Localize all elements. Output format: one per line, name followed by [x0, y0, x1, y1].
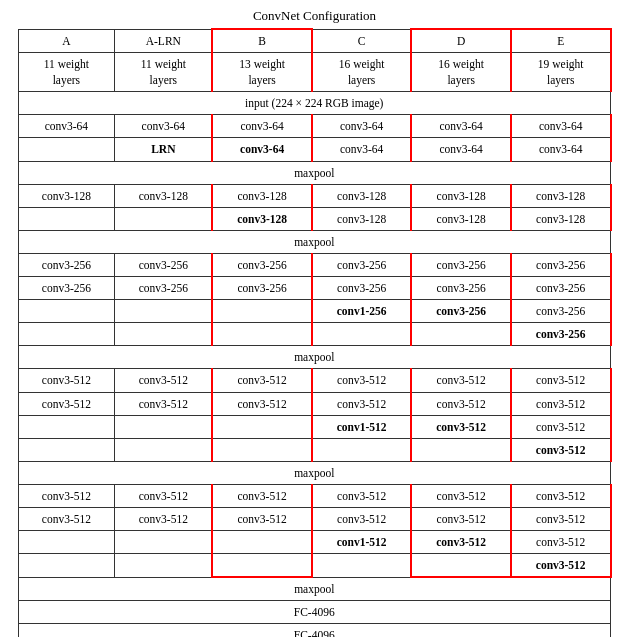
alrn-conv5d — [115, 554, 213, 578]
d-conv5d — [411, 554, 511, 578]
b-conv5d — [212, 554, 312, 578]
alrn-conv1a: conv3-64 — [115, 115, 213, 138]
conv5b-row: conv3-512 conv3-512 conv3-512 conv3-512 … — [18, 507, 611, 530]
d-conv3b: conv3-256 — [411, 277, 511, 300]
e-conv2b: conv3-128 — [511, 207, 611, 230]
alrn-conv2b — [115, 207, 213, 230]
alrn-conv3c — [115, 300, 213, 323]
alrn-conv5b: conv3-512 — [115, 507, 213, 530]
e-conv5b: conv3-512 — [511, 507, 611, 530]
col-c-header: C — [312, 29, 412, 53]
d-conv1a: conv3-64 — [411, 115, 511, 138]
conv3a-row: conv3-256 conv3-256 conv3-256 conv3-256 … — [18, 253, 611, 276]
maxpool1-label: maxpool — [18, 161, 611, 184]
alrn-conv3b: conv3-256 — [115, 277, 213, 300]
maxpool3-label: maxpool — [18, 346, 611, 369]
weight-layers-row: 11 weightlayers 11 weightlayers 13 weigh… — [18, 53, 611, 92]
fc4096-1-row: FC-4096 — [18, 601, 611, 624]
maxpool5-label: maxpool — [18, 577, 611, 601]
a-conv3c — [18, 300, 115, 323]
a-conv2b — [18, 207, 115, 230]
b-conv3d — [212, 323, 312, 346]
b-conv5c — [212, 531, 312, 554]
col-b-header: B — [212, 29, 312, 53]
b-conv3b: conv3-256 — [212, 277, 312, 300]
e-conv2a: conv3-128 — [511, 184, 611, 207]
col-alrn-header: A-LRN — [115, 29, 213, 53]
input-label: input (224 × 224 RGB image) — [18, 92, 611, 115]
c-conv5c: conv1-512 — [312, 531, 412, 554]
d-conv3d — [411, 323, 511, 346]
fc4096-1-label: FC-4096 — [18, 601, 611, 624]
table-title: ConvNet Configuration — [18, 8, 612, 24]
fc4096-2-row: FC-4096 — [18, 624, 611, 637]
alrn-weights: 11 weightlayers — [115, 53, 213, 92]
col-a-header: A — [18, 29, 115, 53]
d-conv5c: conv3-512 — [411, 531, 511, 554]
conv3c-row: conv1-256 conv3-256 conv3-256 — [18, 300, 611, 323]
a-conv4a: conv3-512 — [18, 369, 115, 392]
fc4096-2-label: FC-4096 — [18, 624, 611, 637]
d-conv3a: conv3-256 — [411, 253, 511, 276]
b-conv2b: conv3-128 — [212, 207, 312, 230]
conv4c-row: conv1-512 conv3-512 conv3-512 — [18, 415, 611, 438]
conv1b-row: LRN conv3-64 conv3-64 conv3-64 conv3-64 — [18, 138, 611, 161]
e-conv5a: conv3-512 — [511, 484, 611, 507]
maxpool1-row: maxpool — [18, 161, 611, 184]
d-weights: 16 weightlayers — [411, 53, 511, 92]
d-conv4c: conv3-512 — [411, 415, 511, 438]
b-conv4d — [212, 438, 312, 461]
c-conv1b: conv3-64 — [312, 138, 412, 161]
a-conv2a: conv3-128 — [18, 184, 115, 207]
b-conv3a: conv3-256 — [212, 253, 312, 276]
a-weights: 11 weightlayers — [18, 53, 115, 92]
d-conv5a: conv3-512 — [411, 484, 511, 507]
b-conv5a: conv3-512 — [212, 484, 312, 507]
conv4d-row: conv3-512 — [18, 438, 611, 461]
b-weights: 13 weightlayers — [212, 53, 312, 92]
b-conv1a: conv3-64 — [212, 115, 312, 138]
c-conv5b: conv3-512 — [312, 507, 412, 530]
d-conv2b: conv3-128 — [411, 207, 511, 230]
e-conv3b: conv3-256 — [511, 277, 611, 300]
conv3d-row: conv3-256 — [18, 323, 611, 346]
b-conv5b: conv3-512 — [212, 507, 312, 530]
a-conv3b: conv3-256 — [18, 277, 115, 300]
col-d-header: D — [411, 29, 511, 53]
d-conv3c: conv3-256 — [411, 300, 511, 323]
conv4a-row: conv3-512 conv3-512 conv3-512 conv3-512 … — [18, 369, 611, 392]
column-header-row: A A-LRN B C D E — [18, 29, 611, 53]
e-conv4b: conv3-512 — [511, 392, 611, 415]
b-conv2a: conv3-128 — [212, 184, 312, 207]
b-conv4a: conv3-512 — [212, 369, 312, 392]
a-conv4d — [18, 438, 115, 461]
c-conv3b: conv3-256 — [312, 277, 412, 300]
c-conv4b: conv3-512 — [312, 392, 412, 415]
alrn-conv4d — [115, 438, 213, 461]
convnet-table: A A-LRN B C D E 11 weightlayers 11 weigh… — [18, 28, 612, 637]
maxpool4-label: maxpool — [18, 461, 611, 484]
a-conv1a: conv3-64 — [18, 115, 115, 138]
col-e-header: E — [511, 29, 611, 53]
d-conv4a: conv3-512 — [411, 369, 511, 392]
maxpool2-label: maxpool — [18, 230, 611, 253]
c-conv3d — [312, 323, 412, 346]
alrn-conv4b: conv3-512 — [115, 392, 213, 415]
d-conv4d — [411, 438, 511, 461]
a-conv5d — [18, 554, 115, 578]
e-conv5c: conv3-512 — [511, 531, 611, 554]
conv5a-row: conv3-512 conv3-512 conv3-512 conv3-512 … — [18, 484, 611, 507]
maxpool2-row: maxpool — [18, 230, 611, 253]
maxpool5-row: maxpool — [18, 577, 611, 601]
d-conv5b: conv3-512 — [411, 507, 511, 530]
c-conv1a: conv3-64 — [312, 115, 412, 138]
c-conv2a: conv3-128 — [312, 184, 412, 207]
conv2a-row: conv3-128 conv3-128 conv3-128 conv3-128 … — [18, 184, 611, 207]
alrn-conv2a: conv3-128 — [115, 184, 213, 207]
b-conv4c — [212, 415, 312, 438]
conv3b-row: conv3-256 conv3-256 conv3-256 conv3-256 … — [18, 277, 611, 300]
maxpool4-row: maxpool — [18, 461, 611, 484]
c-conv4a: conv3-512 — [312, 369, 412, 392]
b-conv3c — [212, 300, 312, 323]
conv4b-row: conv3-512 conv3-512 conv3-512 conv3-512 … — [18, 392, 611, 415]
